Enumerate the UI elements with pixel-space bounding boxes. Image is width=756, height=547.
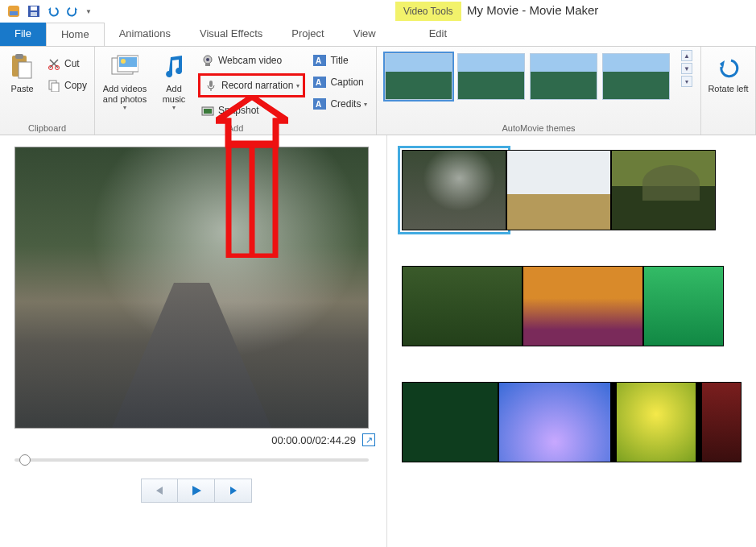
group-label-add: Add	[100, 123, 371, 133]
app-icon	[6, 4, 21, 19]
copy-icon	[47, 78, 61, 93]
theme-thumb-2[interactable]	[457, 53, 525, 100]
svg-text:A: A	[316, 56, 321, 65]
seek-thumb[interactable]	[19, 454, 31, 466]
timeline-clip[interactable]	[402, 266, 523, 346]
svg-text:A: A	[316, 100, 321, 109]
snapshot-button[interactable]: Snapshot	[198, 102, 305, 119]
timeline-clip[interactable]	[701, 382, 742, 462]
svg-rect-1	[10, 11, 18, 15]
timeline-clip[interactable]	[611, 150, 716, 230]
paste-label: Paste	[10, 84, 33, 94]
svg-rect-4	[31, 12, 37, 16]
rotate-left-icon	[715, 53, 742, 81]
photos-icon	[111, 53, 138, 81]
music-icon	[160, 53, 188, 81]
themes-scroll-down-icon[interactable]: ▼	[681, 63, 692, 74]
ribbon-tabs: File Home Animations Visual Effects Proj…	[0, 23, 756, 47]
seek-bar[interactable]	[14, 453, 369, 467]
add-videos-photos-button[interactable]: Add videos and photos ▾	[100, 50, 150, 111]
timeline-clip[interactable]	[643, 266, 724, 346]
timeline-pane[interactable]	[386, 135, 756, 547]
timeline-clip[interactable]	[506, 150, 611, 230]
qat-customize-icon[interactable]: ▼	[85, 8, 92, 15]
svg-rect-18	[205, 64, 210, 66]
group-automovie-themes: ▲ ▼ ▾ AutoMovie themes	[377, 47, 701, 135]
clip-row-3	[402, 382, 756, 462]
cut-button[interactable]: Cut	[44, 55, 89, 73]
add-music-button[interactable]: Add music ▾	[155, 50, 193, 111]
timeline-clip[interactable]	[523, 266, 643, 346]
group-rotate: Rotate left	[701, 47, 756, 135]
microphone-icon	[204, 78, 218, 93]
theme-thumb-4[interactable]	[602, 53, 670, 100]
caption-icon: A	[312, 75, 327, 89]
tab-file[interactable]: File	[0, 23, 46, 46]
snapshot-icon	[200, 103, 215, 118]
title-icon: A	[312, 53, 327, 68]
timeline-clip[interactable]	[498, 382, 611, 462]
preview-pane: 00:00.00/02:44.29 ↗	[0, 135, 386, 547]
svg-point-15	[121, 59, 126, 64]
svg-rect-11	[52, 83, 59, 92]
themes-expand-icon[interactable]: ▾	[681, 76, 692, 87]
redo-icon[interactable]	[66, 5, 79, 18]
webcam-video-button[interactable]: Webcam video	[198, 52, 305, 69]
group-label-themes: AutoMovie themes	[382, 123, 696, 133]
rotate-left-button[interactable]: Rotate left	[706, 50, 750, 94]
title-bar: ▼	[0, 0, 756, 23]
tab-edit[interactable]: Edit	[415, 23, 461, 46]
svg-point-17	[206, 58, 209, 61]
svg-rect-3	[31, 6, 37, 10]
timeline-clip[interactable]	[402, 382, 498, 462]
themes-scroll-up-icon[interactable]: ▲	[681, 50, 692, 61]
fullscreen-icon[interactable]: ↗	[362, 433, 375, 446]
timeline-clip[interactable]	[616, 382, 696, 462]
paste-icon	[8, 53, 35, 81]
webcam-icon	[200, 53, 215, 68]
save-icon[interactable]	[27, 5, 40, 18]
theme-thumb-1[interactable]	[385, 53, 452, 100]
svg-rect-19	[209, 81, 213, 87]
tab-animations[interactable]: Animations	[105, 23, 185, 46]
playback-time: 00:00.00/02:44.29	[271, 434, 356, 446]
credits-icon: A	[312, 97, 327, 111]
tab-home[interactable]: Home	[46, 23, 105, 46]
cut-icon	[47, 56, 61, 71]
undo-icon[interactable]	[47, 5, 60, 18]
theme-thumb-3[interactable]	[530, 53, 597, 100]
group-clipboard: Paste Cut Copy Clipboard	[0, 47, 95, 135]
record-narration-button[interactable]: Record narration ▾	[198, 73, 305, 97]
clip-row-1	[402, 150, 756, 230]
tab-project[interactable]: Project	[277, 23, 338, 46]
next-frame-button[interactable]	[215, 479, 252, 503]
timeline-clip[interactable]	[402, 150, 506, 230]
copy-button[interactable]: Copy	[44, 77, 89, 94]
clip-row-2	[402, 266, 756, 346]
svg-text:A: A	[316, 78, 321, 87]
credits-button[interactable]: A Credits ▾	[310, 95, 370, 113]
title-button[interactable]: A Title	[310, 52, 370, 69]
contextual-tab-video-tools[interactable]: Video Tools	[395, 2, 461, 21]
tab-visual-effects[interactable]: Visual Effects	[185, 23, 277, 46]
window-title: My Movie - Movie Maker	[467, 3, 598, 17]
group-label-clipboard: Clipboard	[5, 123, 89, 133]
svg-rect-6	[15, 54, 23, 59]
svg-rect-7	[19, 62, 31, 78]
group-add: Add videos and photos ▾ Add music ▾ Webc…	[95, 47, 377, 135]
main-area: 00:00.00/02:44.29 ↗	[0, 135, 756, 547]
playback-controls	[14, 479, 378, 503]
play-button[interactable]	[178, 479, 215, 503]
prev-frame-button[interactable]	[141, 479, 178, 503]
preview-video[interactable]	[14, 147, 369, 429]
tab-view[interactable]: View	[339, 23, 390, 46]
paste-button[interactable]: Paste	[5, 50, 39, 94]
quick-access-toolbar: ▼	[6, 4, 92, 19]
ribbon: Paste Cut Copy Clipboard Add videos and …	[0, 47, 756, 135]
dropdown-icon: ▾	[296, 82, 300, 89]
svg-rect-22	[204, 109, 212, 114]
caption-button[interactable]: A Caption	[310, 73, 370, 91]
